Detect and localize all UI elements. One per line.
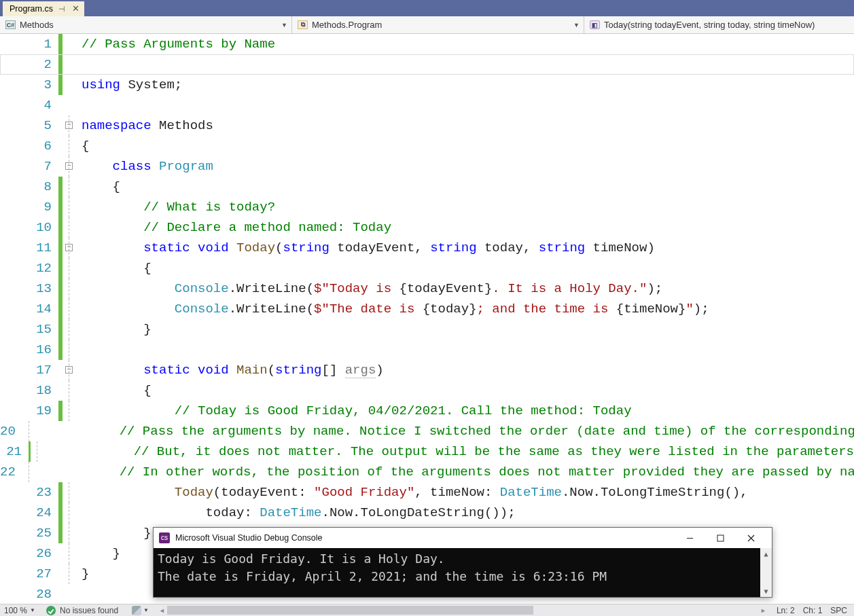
code-text[interactable]: class Program: [77, 156, 854, 177]
code-line[interactable]: 5−namespace Methods: [0, 115, 854, 136]
line-number: 18: [0, 380, 58, 401]
code-text[interactable]: namespace Methods: [77, 115, 854, 136]
code-text[interactable]: // Declare a method named: Today: [77, 217, 854, 238]
code-text[interactable]: Console.WriteLine($"Today is {todayEvent…: [77, 278, 854, 299]
scroll-left-arrow-icon[interactable]: ◄: [157, 607, 167, 614]
nav-member-dropdown[interactable]: ◧ Today(string todayEvent, string today,…: [584, 16, 854, 33]
outline-margin: [63, 401, 77, 421]
code-text[interactable]: {: [77, 258, 854, 278]
line-number: 28: [0, 584, 58, 604]
code-line[interactable]: 24 today: DateTime.Now.ToLongDateString(…: [0, 503, 854, 523]
code-line[interactable]: 9 // What is today?: [0, 197, 854, 217]
scrollbar-mode-dropdown[interactable]: ▼: [125, 606, 156, 615]
horizontal-scrollbar[interactable]: ◄ ►: [157, 605, 768, 615]
line-number: 13: [0, 278, 58, 299]
code-text[interactable]: static void Today(string todayEvent, str…: [77, 238, 854, 258]
close-icon[interactable]: ✕: [71, 3, 82, 14]
code-line[interactable]: 22 // In other words, the position of th…: [0, 462, 854, 482]
outline-margin[interactable]: −: [63, 156, 77, 177]
minimize-button[interactable]: [675, 528, 705, 547]
line-number: 5: [0, 115, 58, 136]
code-line[interactable]: 20 // Pass the arguments by name. Notice…: [0, 421, 854, 441]
code-text[interactable]: // Pass Arguments by Name: [77, 34, 854, 54]
code-text[interactable]: Console.WriteLine($"The date is {today};…: [77, 299, 854, 319]
line-number: 1: [0, 34, 58, 54]
navigation-bar: C# Methods ▼ ⧉ Methods.Program ▼ ◧ Today…: [0, 16, 854, 34]
code-line[interactable]: 13 Console.WriteLine($"Today is {todayEv…: [0, 278, 854, 299]
scroll-thumb[interactable]: [167, 606, 533, 615]
scroll-up-arrow-icon[interactable]: ▲: [760, 548, 772, 560]
code-text[interactable]: [77, 95, 854, 115]
code-text[interactable]: // In other words, the position of the a…: [22, 462, 854, 482]
code-text[interactable]: }: [77, 319, 854, 340]
code-line[interactable]: 11− static void Today(string todayEvent,…: [0, 238, 854, 258]
outline-margin: [63, 54, 77, 75]
scroll-track[interactable]: [167, 605, 758, 615]
code-text[interactable]: using System;: [77, 75, 854, 95]
debug-console-titlebar[interactable]: cs Microsoft Visual Studio Debug Console: [154, 528, 772, 548]
code-text[interactable]: // Today is Good Friday, 04/02/2021. Cal…: [77, 401, 854, 421]
code-text[interactable]: {: [77, 177, 854, 197]
code-line[interactable]: 3using System;: [0, 75, 854, 95]
code-line[interactable]: 15 }: [0, 319, 854, 340]
code-line[interactable]: 23 Today(todayEvent: "Good Friday", time…: [0, 482, 854, 503]
code-text[interactable]: today: DateTime.Now.ToLongDateString());: [77, 503, 854, 523]
chevron-down-icon: ▼: [143, 607, 149, 613]
zoom-value: 100 %: [4, 606, 27, 615]
code-line[interactable]: 19 // Today is Good Friday, 04/02/2021. …: [0, 401, 854, 421]
code-text[interactable]: [77, 54, 854, 75]
scrollbar-mode-icon: [132, 606, 141, 615]
chevron-down-icon: ▼: [573, 22, 580, 29]
code-line[interactable]: 21 // But, it does not matter. The outpu…: [0, 441, 854, 462]
code-line[interactable]: 1// Pass Arguments by Name: [0, 34, 854, 54]
line-number: 2: [0, 54, 58, 75]
code-text[interactable]: [77, 340, 854, 360]
line-number: 3: [0, 75, 58, 95]
nav-type-dropdown[interactable]: ⧉ Methods.Program ▼: [292, 16, 584, 33]
code-text[interactable]: // But, it does not matter. The output w…: [37, 441, 854, 462]
code-line[interactable]: 2: [0, 54, 854, 75]
document-tab-active[interactable]: Program.cs ⊣ ✕: [3, 1, 84, 16]
console-vertical-scrollbar[interactable]: ▲ ▼: [760, 548, 772, 597]
code-line[interactable]: 18 {: [0, 380, 854, 401]
code-line[interactable]: 6{: [0, 136, 854, 156]
line-number: 12: [0, 258, 58, 278]
code-line[interactable]: 8 {: [0, 177, 854, 197]
pin-icon[interactable]: ⊣: [58, 5, 65, 12]
code-line[interactable]: 16: [0, 340, 854, 360]
outline-margin: [63, 482, 77, 503]
outline-margin[interactable]: −: [63, 238, 77, 258]
scroll-down-arrow-icon[interactable]: ▼: [760, 585, 772, 597]
close-button[interactable]: [736, 528, 766, 547]
maximize-button[interactable]: [705, 528, 736, 547]
line-number: 20: [0, 421, 22, 441]
code-text[interactable]: // What is today?: [77, 197, 854, 217]
scroll-right-arrow-icon[interactable]: ►: [758, 607, 768, 614]
debug-console-output[interactable]: Today is Good Friday. It is a Holy Day. …: [154, 548, 760, 597]
code-line[interactable]: 12 {: [0, 258, 854, 278]
code-line[interactable]: 7− class Program: [0, 156, 854, 177]
code-line[interactable]: 17− static void Main(string[] args): [0, 360, 854, 380]
code-text[interactable]: {: [77, 380, 854, 401]
code-text[interactable]: Today(todayEvent: "Good Friday", timeNow…: [77, 482, 854, 503]
error-list-summary[interactable]: No issues found: [39, 606, 125, 615]
insert-mode[interactable]: SPC: [830, 606, 847, 615]
code-line[interactable]: 10 // Declare a method named: Today: [0, 217, 854, 238]
code-text[interactable]: // Pass the arguments by name. Notice I …: [22, 421, 854, 441]
caret-line[interactable]: Ln: 2: [777, 606, 795, 615]
nav-scope-dropdown[interactable]: C# Methods ▼: [0, 16, 292, 33]
outline-margin: [63, 197, 77, 217]
code-line[interactable]: 4: [0, 95, 854, 115]
zoom-dropdown[interactable]: 100 % ▼: [0, 606, 39, 615]
scroll-track[interactable]: [760, 560, 772, 585]
code-text[interactable]: static void Main(string[] args): [77, 360, 854, 380]
debug-console-window[interactable]: cs Microsoft Visual Studio Debug Console…: [153, 527, 772, 598]
outline-margin[interactable]: −: [63, 360, 77, 380]
outline-margin[interactable]: −: [63, 115, 77, 136]
line-number: 4: [0, 95, 58, 115]
caret-char[interactable]: Ch: 1: [803, 606, 823, 615]
code-text[interactable]: {: [77, 136, 854, 156]
editor-status-strip: 100 % ▼ No issues found ▼ ◄ ► Ln: 2 Ch: …: [0, 604, 854, 616]
code-line[interactable]: 14 Console.WriteLine($"The date is {toda…: [0, 299, 854, 319]
code-editor[interactable]: 1// Pass Arguments by Name23using System…: [0, 34, 854, 604]
